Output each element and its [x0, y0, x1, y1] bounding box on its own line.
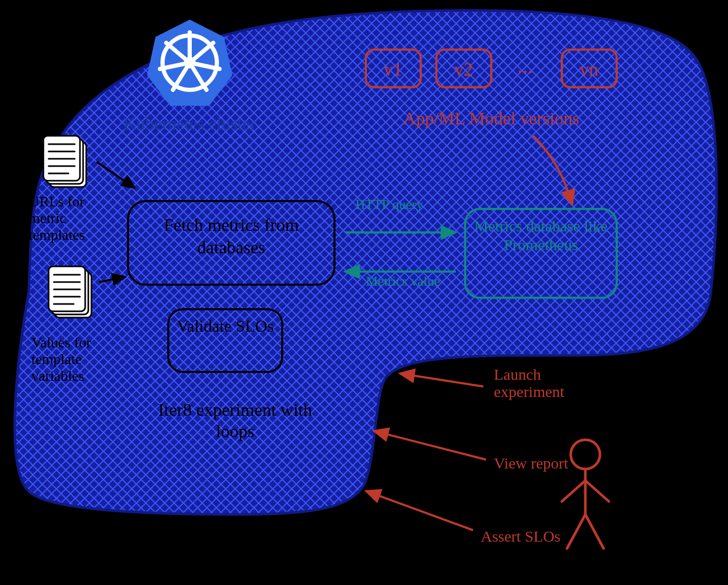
- docs-urls-label: URLs for metric templates: [29, 193, 112, 244]
- task-experiment-label: Iter8 experiment with loops: [149, 400, 321, 442]
- version-v1-label: v1: [384, 59, 402, 80]
- arrow-launch: [400, 373, 483, 387]
- svg-point-33: [571, 440, 600, 469]
- docs-urls-icon: [43, 136, 86, 187]
- arrow-assert: [366, 491, 473, 530]
- metrics-value-label: Metrics value: [366, 274, 444, 288]
- task-validate-label: Validate SLOs: [174, 316, 277, 336]
- version-ellipsis: ...: [517, 54, 533, 78]
- action-assert-label: Assert SLOs: [481, 528, 564, 545]
- task-fetch-label: Fetch metrics from databases: [136, 214, 327, 259]
- docs-values-label: Values for template variables: [31, 334, 120, 385]
- version-vn-label: vn: [580, 59, 598, 80]
- docs-values-icon: [49, 266, 91, 318]
- arrow-view: [374, 431, 486, 460]
- http-query-label: HTTP query: [355, 197, 423, 212]
- svg-line-36: [585, 481, 609, 501]
- action-view-label: View report: [494, 454, 572, 472]
- versions-label: App/ML Model versions: [403, 109, 580, 128]
- metrics-db-label: Metrics database like Prometheus: [470, 217, 611, 254]
- svg-line-38: [585, 514, 604, 548]
- svg-point-10: [184, 57, 195, 68]
- cluster-label: Kubernetes cluster: [123, 114, 257, 133]
- version-v2-label: v2: [454, 59, 473, 80]
- action-launch-label: Launch experiment: [494, 366, 604, 400]
- svg-line-37: [567, 514, 585, 548]
